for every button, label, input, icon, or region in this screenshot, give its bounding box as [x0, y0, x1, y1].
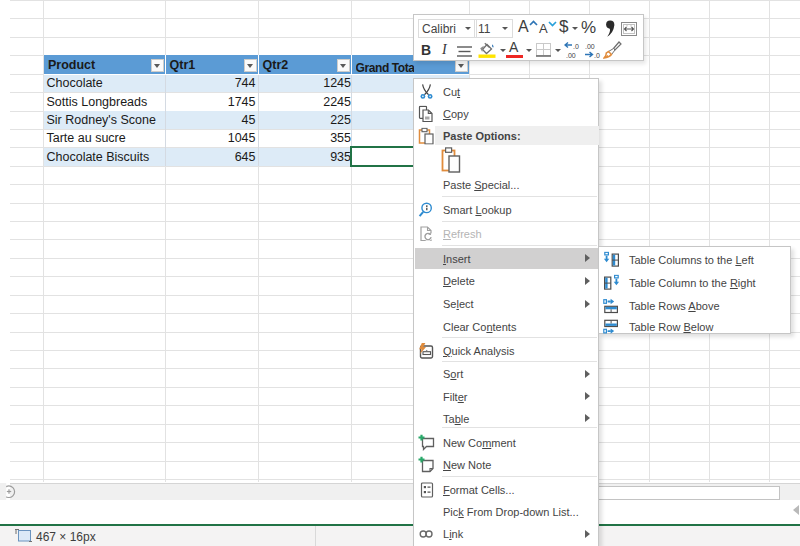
svg-text:.0: .0	[594, 52, 600, 59]
svg-text:.0: .0	[573, 43, 579, 50]
svg-text:.00: .00	[566, 52, 576, 59]
svg-text:.00: .00	[585, 43, 595, 50]
